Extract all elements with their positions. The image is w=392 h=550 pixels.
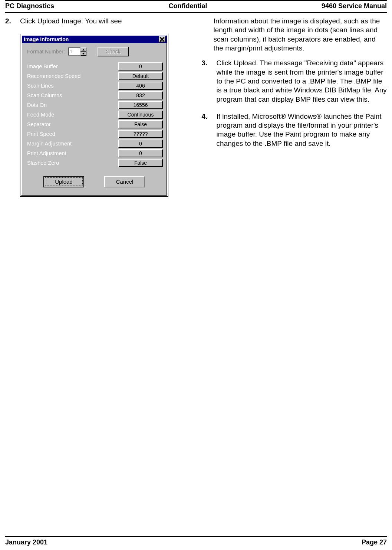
cancel-button[interactable]: Cancel — [104, 176, 145, 187]
info-row-value: 16556 — [118, 101, 163, 109]
info-row-label: Slashed Zero — [27, 160, 59, 166]
svg-marker-0 — [82, 49, 85, 50]
step-2: 2. Click Upload Image. You will see — [5, 17, 191, 29]
info-row-label: Print Adjustment — [27, 150, 66, 156]
info-row-label: Recommended Speed — [27, 73, 80, 79]
step-3: 3. Click Upload. The message "Receiving … — [202, 59, 387, 107]
info-row-value: Default — [118, 72, 163, 80]
step2-text-a: Click Upload — [20, 17, 62, 25]
info-row-value: 0 — [118, 140, 163, 148]
spinner-down-icon[interactable] — [80, 52, 86, 56]
step-body: Click Upload. The message "Receiving dat… — [217, 59, 387, 107]
info-row-label: Print Speed — [27, 131, 55, 137]
step2-text-b: mage. You will see — [63, 17, 122, 25]
step-number: 3. — [202, 59, 211, 107]
header-center: Confidential — [168, 2, 207, 10]
info-row-value: False — [118, 120, 163, 128]
dialog-title: Image Information — [23, 36, 69, 42]
step-4: 4. If installed, Microsoft® Windows® lau… — [202, 112, 387, 151]
dialog-screenshot: Image Information Format Number: 1 — [20, 34, 168, 197]
info-row-value: Continuous — [118, 111, 163, 119]
header-right: 9460 Service Manual — [322, 2, 387, 10]
info-row: SeparatorFalse — [27, 120, 163, 129]
info-row-label: Dots On — [27, 102, 47, 108]
info-row-label: Scan Lines — [27, 83, 54, 89]
info-row: Dots On16556 — [27, 100, 163, 110]
step3-text: Click Upload. The message "Receiving dat… — [217, 59, 387, 104]
info-row: Image Buffer0 — [27, 62, 163, 71]
info-row: Scan Columns832 — [27, 91, 163, 100]
step4-b: Windows — [286, 112, 316, 120]
spinner-up-icon[interactable] — [80, 48, 86, 52]
dialog-titlebar: Image Information — [22, 36, 167, 43]
registered-icon: ® — [316, 112, 322, 120]
info-row: Print Adjustment0 — [27, 148, 163, 158]
step-body: Click Upload Image. You will see — [20, 17, 122, 29]
info-row: Margin Adjustment0 — [27, 139, 163, 148]
svg-marker-1 — [82, 53, 85, 55]
footer-right: Page 27 — [362, 538, 387, 546]
step-number: 2. — [5, 17, 15, 29]
info-row-value: 406 — [118, 82, 163, 90]
info-row-label: Image Buffer — [27, 63, 58, 69]
info-row: Feed ModeContinuous — [27, 110, 163, 120]
step-number: 4. — [202, 112, 211, 151]
upload-button[interactable]: Upload — [43, 176, 84, 187]
intro-paragraph: Information about the image is displayed… — [214, 17, 387, 53]
info-row: Print Speed????? — [27, 129, 163, 139]
registered-icon: ® — [281, 112, 286, 120]
info-row: Scan Lines406 — [27, 81, 163, 91]
format-number-spinner[interactable]: 1 — [68, 48, 86, 56]
close-icon[interactable] — [159, 36, 165, 42]
info-row-label: Scan Columns — [27, 92, 62, 98]
format-number-label: Format Number: — [27, 49, 65, 55]
info-row-value: ????? — [118, 130, 163, 138]
step-body: If installed, Microsoft® Windows® launch… — [217, 112, 387, 151]
footer-left: January 2001 — [5, 538, 47, 546]
format-number-value: 1 — [68, 48, 80, 56]
step4-text: If installed, Microsoft® Windows® launch… — [217, 112, 387, 148]
info-row-value: 0 — [118, 149, 163, 157]
info-row-label: Margin Adjustment — [27, 141, 72, 147]
header-left: PC Diagnostics — [5, 2, 54, 10]
step4-a: If installed, Microsoft — [217, 112, 281, 120]
info-row: Slashed ZeroFalse — [27, 158, 163, 168]
info-row-value: 832 — [118, 91, 163, 99]
info-row-label: Feed Mode — [27, 112, 54, 118]
info-row-value: 0 — [118, 62, 163, 71]
check-button[interactable]: Check — [98, 47, 129, 56]
info-row-label: Separator — [27, 121, 51, 127]
info-row: Recommended SpeedDefault — [27, 71, 163, 81]
info-row-value: False — [118, 159, 163, 167]
